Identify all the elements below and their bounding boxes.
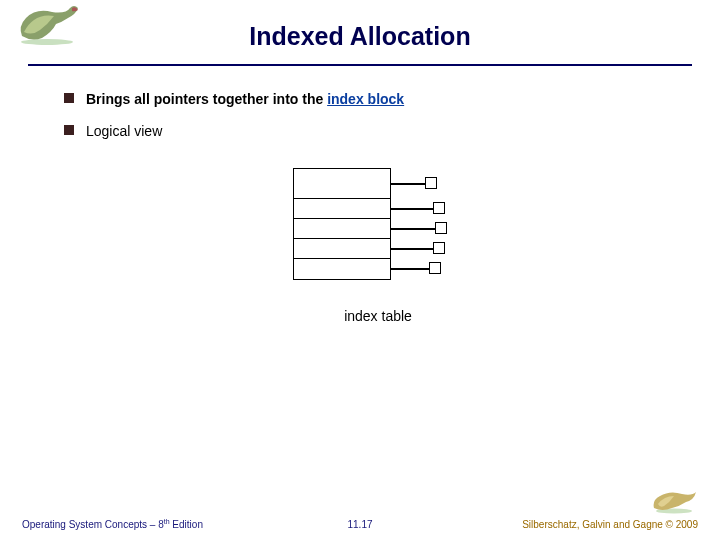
pointer-arrow [391,268,429,270]
slide-title: Indexed Allocation [0,6,720,51]
slide-header: Indexed Allocation [0,0,720,60]
table-row [294,259,390,279]
bullet-text: Brings all pointers together into the in… [86,90,404,108]
bullet-item: Brings all pointers together into the in… [64,90,692,108]
pointer-arrow [391,183,425,185]
table-row [294,169,390,199]
table-row [294,199,390,219]
bullet-item: Logical view [64,122,692,140]
svg-point-0 [21,39,73,45]
table-row [294,219,390,239]
bullet-icon [64,125,74,135]
pointer-arrow [391,248,433,250]
footer-left-suffix: Edition [170,519,203,530]
dinosaur-left-icon [12,2,82,46]
slide-footer: Operating System Concepts – 8th Edition … [0,518,720,530]
bullet-prefix: Logical view [86,123,162,139]
pointer-arrow [391,228,435,230]
bullet-link[interactable]: index block [327,91,404,107]
footer-left-prefix: Operating System Concepts – 8 [22,519,164,530]
footer-page-number: 11.17 [347,519,372,530]
pointer-arrow [391,208,433,210]
diagram-caption: index table [344,308,412,324]
footer-copyright: Silberschatz, Galvin and Gagne © 2009 [522,519,698,530]
data-block [433,202,445,214]
dinosaur-right-icon [650,486,698,514]
data-block [429,262,441,274]
index-table [293,168,391,280]
slide-content: Brings all pointers together into the in… [0,66,720,324]
index-table-diagram [293,168,463,298]
footer-left: Operating System Concepts – 8th Edition [22,518,203,530]
bullet-text: Logical view [86,122,162,140]
bullet-icon [64,93,74,103]
data-block [435,222,447,234]
data-block [425,177,437,189]
bullet-prefix: Brings all pointers together into the [86,91,327,107]
data-block [433,242,445,254]
diagram-container: index table [64,168,692,324]
table-row [294,239,390,259]
